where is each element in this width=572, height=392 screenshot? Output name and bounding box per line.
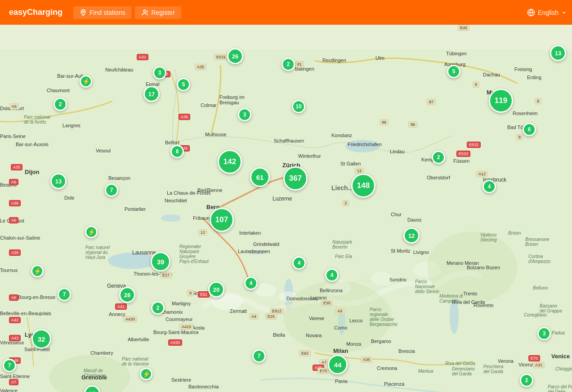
cluster-c24[interactable]: 39 xyxy=(151,252,170,272)
svg-point-22 xyxy=(283,281,391,353)
cluster-c10[interactable]: 119 xyxy=(489,89,513,113)
cluster-c7[interactable]: 3 xyxy=(238,108,251,121)
map-container[interactable]: Rhône Zürich Bern Liech...tein Luzerne G… xyxy=(0,25,572,392)
cluster-c27[interactable]: 4 xyxy=(244,276,258,290)
cluster-c6[interactable]: 10 xyxy=(292,100,305,113)
cluster-c26[interactable]: 4 xyxy=(325,268,339,282)
cluster-c38[interactable]: 2 xyxy=(520,374,533,387)
chevron-down-icon xyxy=(561,10,567,15)
cluster-c8[interactable]: 2 xyxy=(54,98,67,111)
globe-icon xyxy=(527,9,535,17)
cluster-c15[interactable]: 142 xyxy=(218,150,242,174)
cluster-c9[interactable]: 5 xyxy=(447,65,460,78)
register-label: Register xyxy=(151,9,174,16)
cluster-c1[interactable]: 26 xyxy=(227,48,243,64)
cluster-c25[interactable]: 4 xyxy=(292,256,306,270)
svg-point-23 xyxy=(427,232,517,303)
find-stations-button[interactable]: Find stations xyxy=(73,6,131,19)
cluster-c5[interactable]: 17 xyxy=(143,86,160,102)
cluster-c21[interactable]: 4 xyxy=(483,180,496,193)
cluster-c29[interactable]: 28 xyxy=(119,287,135,303)
cluster-c35[interactable]: 7 xyxy=(3,359,16,372)
find-stations-label: Find stations xyxy=(89,9,125,16)
cluster-c33[interactable]: 44 xyxy=(328,355,348,374)
cluster-c22[interactable]: 107 xyxy=(210,208,234,232)
svg-text:Rhône: Rhône xyxy=(250,249,264,255)
cluster-c3[interactable]: 3 xyxy=(153,66,166,80)
cluster-c31[interactable]: 2 xyxy=(151,301,165,315)
cluster-c17[interactable]: 367 xyxy=(283,166,308,191)
cluster-c37[interactable]: 3 xyxy=(537,327,551,340)
cluster-c14[interactable]: 8 xyxy=(170,145,184,158)
cluster-c16[interactable]: 61 xyxy=(250,167,270,187)
header: easyCharging Find stations Register Engl… xyxy=(0,0,572,25)
register-button[interactable]: Register xyxy=(135,6,181,19)
cluster-c2[interactable]: 2 xyxy=(282,58,295,71)
bolt-marker-b4[interactable]: ⚡ xyxy=(140,368,152,380)
cluster-c20[interactable]: 7 xyxy=(105,183,118,197)
logo: easyCharging xyxy=(5,6,66,19)
cluster-c28[interactable]: 20 xyxy=(208,281,224,298)
cluster-c13[interactable]: 2 xyxy=(432,151,445,164)
bolt-marker-b3[interactable]: ⚡ xyxy=(31,265,44,277)
language-label: English xyxy=(538,9,559,16)
cluster-c12[interactable]: 6 xyxy=(523,123,536,136)
cluster-c18[interactable]: 148 xyxy=(351,174,375,198)
svg-point-0 xyxy=(82,11,84,12)
cluster-c11[interactable]: 13 xyxy=(550,45,566,61)
cluster-c30[interactable]: 7 xyxy=(58,288,71,301)
map-pin-icon xyxy=(80,9,87,16)
svg-rect-20 xyxy=(0,49,572,392)
cluster-c34[interactable]: 32 xyxy=(31,329,51,349)
cluster-c19[interactable]: 13 xyxy=(50,173,67,189)
user-plus-icon xyxy=(141,9,148,16)
bolt-marker-b1[interactable]: ⚡ xyxy=(80,75,92,88)
language-button[interactable]: English xyxy=(527,9,567,17)
cluster-c4[interactable]: 5 xyxy=(177,78,190,91)
cluster-c23[interactable]: 12 xyxy=(403,227,420,244)
bolt-marker-b2[interactable]: ⚡ xyxy=(85,226,98,238)
svg-point-1 xyxy=(144,10,146,12)
cluster-c32[interactable]: 7 xyxy=(252,349,266,363)
